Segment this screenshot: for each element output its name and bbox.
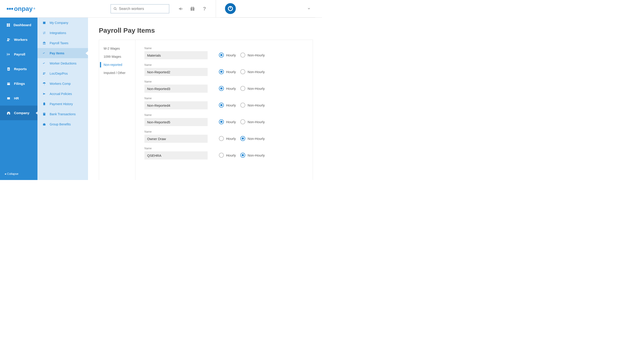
subnav-accrual-policies[interactable]: Accrual Policies [38,89,88,99]
radio-non-hourly[interactable] [240,136,245,141]
radio-hourly[interactable] [219,136,224,141]
svg-point-5 [191,7,192,8]
radio-hourly[interactable] [219,103,224,108]
pay-item-row: NameHourlyNon-Hourly [144,113,304,126]
pay-item-row: NameHourlyNon-Hourly [144,63,304,76]
nav-label: Dashboard [14,23,31,27]
svg-rect-20 [7,82,10,83]
page-title: Payroll Pay Items [99,27,313,34]
radio-label: Hourly [226,70,236,74]
radio-hourly[interactable] [219,119,224,124]
collapse-button[interactable]: ◂ Collapse [0,168,38,180]
tab-w2-wages[interactable]: W-2 Wages [100,44,134,52]
radio-hourly[interactable] [219,86,224,91]
swap-icon [42,31,46,35]
plane-icon [42,92,46,96]
pay-icon [42,51,46,55]
svg-point-31 [44,72,45,73]
subnav-bank-transactions[interactable]: Bank Transactions [38,109,88,119]
tab-imputed-other[interactable]: Imputed / Other [100,69,134,77]
search-input[interactable] [119,7,166,11]
name-input[interactable] [144,118,208,126]
form-area: NameHourlyNon-HourlyNameHourlyNon-Hourly… [135,40,313,180]
store-icon [42,21,46,24]
subnav-payment-history[interactable]: Payment History [38,99,88,109]
subnav-worker-deductions[interactable]: Worker Deductions [38,58,88,68]
radio-label: Non-Hourly [248,87,265,90]
name-input[interactable] [144,68,208,76]
nav-label: My Company [50,21,68,24]
nav-label: Pay Items [50,51,64,55]
avatar-icon [225,3,236,14]
svg-rect-28 [45,43,45,44]
name-label: Name [144,130,208,133]
radio-label: Hourly [226,103,236,107]
radio-hourly[interactable] [219,52,224,57]
sidebar-item-reports[interactable]: Reports [0,61,38,76]
search-box[interactable] [110,4,169,13]
search-icon [114,7,117,10]
radio-non-hourly[interactable] [240,119,245,124]
pay-item-row: NameHourlyNon-Hourly [144,130,304,143]
svg-rect-23 [8,112,10,112]
subnav-workers-comp[interactable]: Workers Comp [38,78,88,89]
name-input[interactable] [144,151,208,159]
subnav-group-benefits[interactable]: Group Benefits [38,119,88,129]
radio-non-hourly[interactable] [240,153,245,158]
subnav-integrations[interactable]: Integrations [38,28,88,38]
svg-rect-35 [44,113,44,114]
dashboard-icon [6,23,10,27]
name-input[interactable] [144,101,208,109]
nav-label: HR [14,96,19,100]
svg-line-1 [116,9,116,10]
gift-icon[interactable] [190,6,195,11]
name-input[interactable] [144,51,208,59]
name-input[interactable] [144,135,208,143]
radio-label: Non-Hourly [248,137,265,140]
svg-rect-29 [43,44,46,44]
nav-label: Reports [14,67,27,71]
radio-label: Hourly [226,153,236,157]
sidebar-item-company[interactable]: Company [0,106,38,120]
help-icon[interactable]: ? [202,6,207,11]
svg-rect-38 [44,123,45,124]
nav-label: Filings [14,82,25,85]
name-input[interactable] [144,85,208,93]
sidebar-item-payroll[interactable]: Payroll [0,47,38,61]
subnav-my-company[interactable]: My Company [38,17,88,28]
radio-hourly[interactable] [219,153,224,158]
radio-label: Hourly [226,137,236,140]
radio-hourly[interactable] [219,69,224,74]
svg-rect-18 [8,68,9,70]
nav-label: Group Benefits [50,122,71,126]
radio-non-hourly[interactable] [240,52,245,57]
sidebar-item-hr[interactable]: HR [0,91,38,106]
radio-non-hourly[interactable] [240,69,245,74]
announcements-icon[interactable] [178,6,183,11]
name-label: Name [144,80,208,83]
nav-label: Integrations [50,31,66,35]
svg-rect-36 [44,113,45,114]
radio-non-hourly[interactable] [240,103,245,108]
content-box: W-2 Wages 1099 Wages Non-reported Impute… [99,40,313,180]
pay-item-row: NameHourlyNon-Hourly [144,80,304,93]
svg-point-0 [114,7,116,9]
svg-rect-19 [9,69,10,70]
radio-non-hourly[interactable] [240,86,245,91]
account-menu[interactable] [220,0,315,17]
sidebar-item-filings[interactable]: Filings [0,76,38,91]
tab-1099-wages[interactable]: 1099 Wages [100,52,134,61]
sidebar-item-workers[interactable]: Workers [0,32,38,47]
logo-dots-icon [7,8,13,10]
svg-rect-26 [43,43,43,44]
tab-non-reported[interactable]: Non-reported [100,61,134,69]
logo[interactable]: onpay® [7,5,35,12]
collapse-label: Collapse [7,172,18,175]
radio-label: Hourly [226,120,236,124]
svg-rect-24 [8,113,9,114]
radio-label: Non-Hourly [248,103,265,107]
subnav-loc-dep-pos[interactable]: Loc/Dep/Pos [38,68,88,78]
subnav-payroll-taxes[interactable]: Payroll Taxes [38,38,88,48]
sidebar-item-dashboard[interactable]: Dashboard [0,17,38,32]
subnav-pay-items[interactable]: Pay Items [38,48,88,58]
